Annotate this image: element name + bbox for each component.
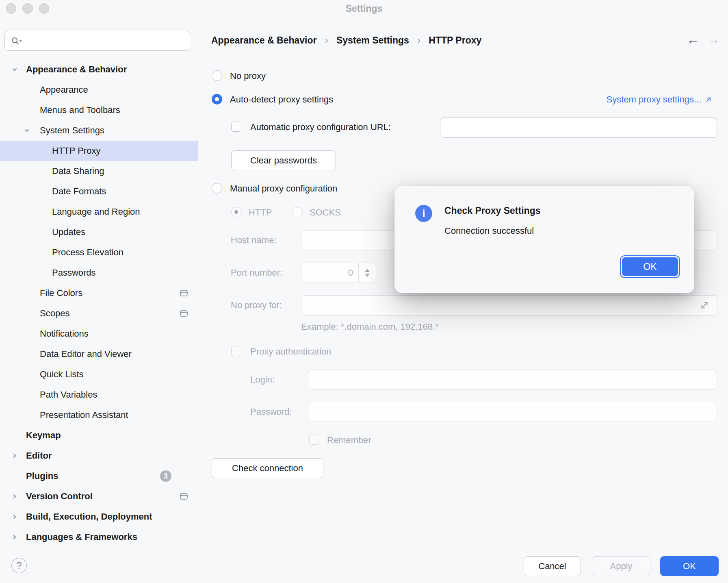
proxy-authentication-checkbox (231, 346, 241, 356)
sidebar-item-appearance[interactable]: Appearance (0, 80, 198, 100)
auto-detect-label[interactable]: Auto-detect proxy settings (230, 94, 333, 105)
sidebar-item-languages-frameworks[interactable]: Languages & Frameworks (0, 527, 198, 547)
proxy-authentication-label: Proxy authentication (250, 346, 331, 357)
host-name-label: Host name: (231, 235, 277, 246)
chevron-right-icon[interactable] (11, 534, 18, 540)
manual-proxy-label[interactable]: Manual proxy configuration (230, 183, 337, 194)
no-proxy-for-label: No proxy for: (231, 300, 282, 311)
breadcrumb-system-settings[interactable]: System Settings (336, 35, 409, 46)
stepper-down-icon (365, 274, 370, 277)
remember-checkbox (309, 435, 319, 445)
sidebar-item-process-elevation[interactable]: Process Elevation (0, 242, 198, 263)
per-project-icon (180, 493, 188, 500)
no-proxy-example-text: Example: *.domain.com, 192.168.* (301, 322, 439, 332)
sidebar-divider (198, 18, 198, 551)
chevron-down-icon[interactable] (24, 127, 30, 134)
sidebar-item-data-editor-viewer[interactable]: Data Editor and Viewer (0, 344, 198, 364)
check-proxy-settings-dialog: i Check Proxy Settings Connection succes… (394, 186, 694, 293)
sidebar-item-notifications[interactable]: Notifications (0, 324, 198, 344)
port-stepper (358, 263, 376, 283)
sidebar-item-appearance-behavior[interactable]: Appearance & Behavior (0, 59, 198, 80)
chevron-right-icon[interactable] (11, 513, 18, 520)
sidebar-item-system-settings[interactable]: System Settings (0, 120, 198, 141)
http-radio (231, 207, 242, 218)
search-icon (11, 36, 23, 46)
plugins-count-badge: 3 (160, 470, 171, 482)
sidebar-item-updates[interactable]: Updates (0, 222, 198, 242)
http-label: HTTP (249, 207, 272, 218)
port-number-label: Port number: (231, 268, 282, 278)
auto-detect-radio[interactable] (212, 94, 222, 104)
chevron-right-icon[interactable] (11, 452, 18, 459)
dialog-message: Connection successful (444, 226, 534, 236)
auto-url-label[interactable]: Automatic proxy configuration URL: (250, 122, 391, 133)
settings-tree: Appearance & Behavior Appearance Menus a… (0, 59, 198, 547)
back-arrow-icon[interactable]: ← (687, 32, 700, 47)
sidebar-item-menus-toolbars[interactable]: Menus and Toolbars (0, 100, 198, 120)
sidebar-item-date-formats[interactable]: Date Formats (0, 181, 198, 202)
sidebar-item-plugins[interactable]: Plugins 3 (0, 466, 198, 486)
sidebar-item-data-sharing[interactable]: Data Sharing (0, 161, 198, 181)
per-project-icon (180, 310, 188, 317)
cancel-button[interactable]: Cancel (524, 556, 581, 576)
clear-passwords-button[interactable]: Clear passwords (231, 150, 336, 170)
breadcrumb-appearance-behavior[interactable]: Appearance & Behavior (211, 35, 316, 46)
sidebar-item-path-variables[interactable]: Path Variables (0, 385, 198, 405)
sidebar-item-file-colors[interactable]: File Colors (0, 283, 198, 303)
chevron-right-icon[interactable] (11, 493, 18, 500)
sidebar-item-quick-lists[interactable]: Quick Lists (0, 364, 198, 385)
expand-field-icon (700, 300, 709, 310)
no-proxy-label[interactable]: No proxy (230, 71, 266, 81)
help-button[interactable]: ? (11, 558, 27, 573)
check-connection-button[interactable]: Check connection (212, 458, 323, 478)
no-proxy-radio[interactable] (212, 70, 222, 81)
sidebar-item-presentation-assistant[interactable]: Presentation Assistant (0, 405, 198, 425)
auto-url-checkbox[interactable] (231, 122, 241, 132)
remember-label: Remember (327, 435, 371, 446)
login-input (308, 370, 717, 390)
dialog-title: Check Proxy Settings (444, 205, 540, 216)
apply-button: Apply (592, 556, 650, 576)
breadcrumb-separator: › (325, 35, 328, 46)
login-label: Login: (250, 374, 275, 385)
password-input (308, 402, 717, 422)
sidebar-item-version-control[interactable]: Version Control (0, 486, 198, 507)
sidebar-item-language-region[interactable]: Language and Region (0, 202, 198, 222)
ok-button[interactable]: OK (660, 556, 719, 576)
dialog-ok-focus-ring: OK (620, 255, 680, 278)
breadcrumb-http-proxy: HTTP Proxy (429, 35, 481, 46)
external-link-icon (704, 96, 713, 104)
sidebar-item-keymap[interactable]: Keymap (0, 425, 198, 446)
search-input[interactable] (4, 31, 190, 51)
no-proxy-for-input (301, 295, 717, 315)
password-label: Password: (250, 407, 292, 417)
stepper-up-icon (365, 269, 370, 272)
system-proxy-settings-link[interactable]: System proxy settings... (606, 94, 713, 105)
sidebar-item-build-execution-deployment[interactable]: Build, Execution, Deployment (0, 507, 198, 527)
dialog-ok-button[interactable]: OK (622, 257, 678, 276)
auto-url-input[interactable] (440, 117, 717, 138)
manual-proxy-radio[interactable] (212, 183, 222, 194)
socks-label: SOCKS (310, 207, 341, 218)
sidebar-item-http-proxy[interactable]: HTTP Proxy (0, 141, 198, 161)
info-icon: i (415, 205, 432, 222)
socks-radio (292, 207, 303, 218)
sidebar-item-passwords[interactable]: Passwords (0, 263, 198, 283)
sidebar-item-scopes[interactable]: Scopes (0, 303, 198, 324)
breadcrumb: Appearance & Behavior › System Settings … (211, 35, 481, 46)
window-title: Settings (0, 3, 728, 14)
breadcrumb-separator: › (417, 35, 420, 46)
footer-divider (0, 551, 728, 551)
forward-arrow-icon: → (707, 32, 720, 47)
per-project-icon (180, 290, 188, 297)
chevron-down-icon[interactable] (11, 66, 18, 73)
sidebar-item-editor[interactable]: Editor (0, 446, 198, 466)
search-input-field[interactable] (26, 33, 190, 49)
